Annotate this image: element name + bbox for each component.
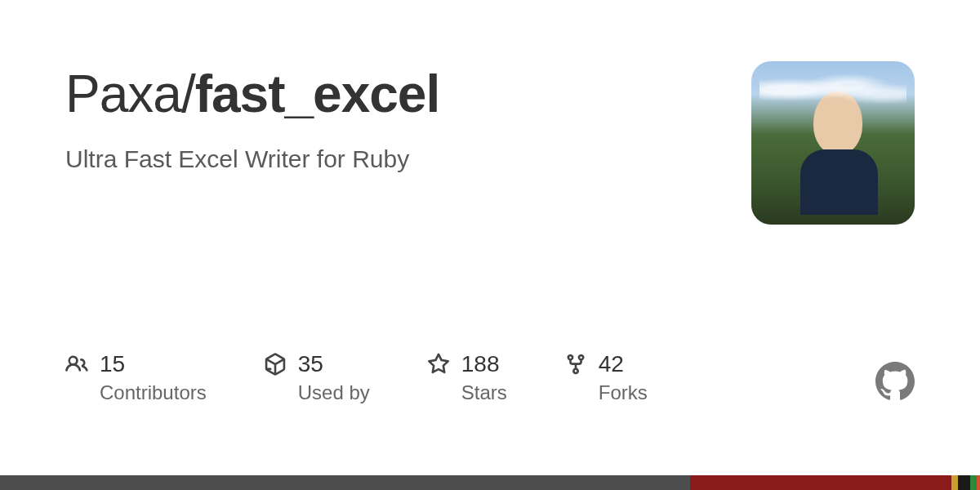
stat-label: Contributors xyxy=(100,381,207,404)
people-icon xyxy=(65,353,88,379)
lang-segment xyxy=(0,475,690,490)
github-logo-icon[interactable] xyxy=(875,362,915,404)
stat-value: 35 xyxy=(298,350,370,378)
repo-name[interactable]: fast_excel xyxy=(195,65,440,123)
stats-row: 15 Contributors 35 Used by 188 Stars xyxy=(65,350,648,404)
fork-icon xyxy=(564,353,587,379)
title-block: Paxa/fast_excel Ultra Fast Excel Writer … xyxy=(65,65,751,173)
lang-segment xyxy=(951,475,958,490)
stat-stars[interactable]: 188 Stars xyxy=(427,350,507,404)
lang-segment xyxy=(958,475,970,490)
language-bar xyxy=(0,475,980,490)
lang-segment xyxy=(690,475,951,490)
stat-label: Used by xyxy=(298,381,370,404)
repo-title[interactable]: Paxa/fast_excel xyxy=(65,65,751,122)
lang-segment xyxy=(977,475,980,490)
repo-owner[interactable]: Paxa xyxy=(65,65,181,123)
stat-value: 188 xyxy=(461,350,507,378)
stat-label: Stars xyxy=(461,381,507,404)
package-dependents-icon xyxy=(264,353,287,379)
star-icon xyxy=(427,353,450,379)
lang-segment xyxy=(970,475,977,490)
stat-label: Forks xyxy=(599,381,648,404)
stat-usedby[interactable]: 35 Used by xyxy=(264,350,370,404)
owner-avatar[interactable] xyxy=(751,61,915,225)
repo-description: Ultra Fast Excel Writer for Ruby xyxy=(65,145,751,173)
stat-contributors[interactable]: 15 Contributors xyxy=(65,350,207,404)
stat-value: 42 xyxy=(599,350,648,378)
stat-forks[interactable]: 42 Forks xyxy=(564,350,648,404)
stat-value: 15 xyxy=(100,350,207,378)
